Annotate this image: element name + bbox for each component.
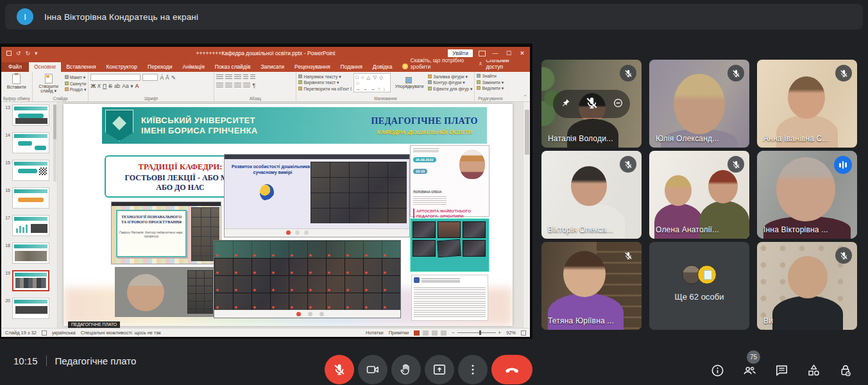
activities-button[interactable]	[799, 356, 828, 384]
tile-natalia[interactable]: Наталія Володи...	[541, 60, 642, 148]
presenting-banner: І Інна Вікторівна Кондратець на екрані	[5, 4, 863, 30]
ppt-statusbar: ПЕДАГОГІЧНЕ ПЛАТО Слайд 19 з 32 українсь…	[1, 328, 530, 337]
participant-name: Інна Вікторівна ...	[763, 225, 828, 234]
poster-time: 10:10	[413, 169, 427, 174]
chat-button[interactable]	[767, 356, 796, 384]
tile-tetiana[interactable]: Тетяна Юріївна ...	[541, 242, 642, 330]
tile-you[interactable]: Ви	[757, 242, 857, 330]
slide-title-tooltip: ПЕДАГОГІЧНЕ ПЛАТО	[68, 321, 120, 328]
tab-slideshow: Показ слайдів	[210, 62, 256, 72]
editing-tools: Знайти Замінити ▾ Виділити ▾	[477, 73, 504, 92]
mic-off-icon	[835, 65, 852, 81]
slide-header-banner: КИЇВСЬКИЙ УНІВЕРСИТЕТ ІМЕНІ БОРИСА ГРІНЧ…	[102, 107, 487, 144]
participant-name: Тетяна Юріївна ...	[548, 316, 614, 325]
tab-record: Записати	[255, 62, 289, 72]
paste-icon	[12, 74, 21, 84]
ppt-ribbon: Вставити Буфер обміну Створити слайд ▾ М…	[1, 72, 530, 102]
ribbon-group-paragraph: ¶ Абзац	[214, 72, 296, 101]
paste-button: Вставити	[3, 73, 30, 90]
post-logo	[414, 277, 420, 283]
zoom-level: 92%	[506, 330, 516, 336]
meeting-details-button[interactable]	[703, 356, 731, 384]
powerpoint-window: ↺ ↻ ▾ ++++++++Кафедра дошкільної освіти.…	[1, 47, 530, 337]
tab-home: Основне	[29, 62, 61, 72]
tile-others-overflow[interactable]: Ще 62 особи	[649, 242, 749, 330]
present-button[interactable]	[425, 355, 454, 384]
fit-slide-icon	[521, 330, 526, 336]
accessibility-status: Спеціальні можливості: щось не так	[81, 330, 161, 336]
slide-19: КИЇВСЬКИЙ УНІВЕРСИТЕТ ІМЕНІ БОРИСА ГРІНЧ…	[64, 104, 513, 326]
tile-olena[interactable]: Олена Анатолії...	[649, 151, 749, 239]
tab-file: Файл	[1, 62, 29, 72]
slide-thumb-15: 15	[4, 160, 51, 181]
participant-name: Ви	[763, 316, 773, 325]
university-name: КИЇВСЬКИЙ УНІВЕРСИТЕТ ІМЕНІ БОРИСА ГРІНЧ…	[141, 116, 258, 136]
poster-date: 26.09.2022	[413, 157, 436, 162]
clock: 10:15	[13, 355, 38, 366]
social-post-snippet	[411, 275, 488, 321]
language-indicator: українська	[52, 330, 76, 336]
mic-off-icon	[728, 65, 744, 81]
tab-view: Подання	[336, 62, 368, 72]
camera-toggle-button[interactable]	[358, 355, 387, 384]
slide-area-scrollbar	[523, 102, 530, 328]
tile-anna[interactable]: Анна Іванівна С...	[757, 60, 857, 148]
more-options-button[interactable]	[458, 355, 488, 384]
host-controls-button[interactable]	[831, 356, 860, 384]
screenshot-speaker	[115, 267, 215, 317]
ppt-signin-button: Увійти	[448, 49, 473, 57]
tile-inna-speaking[interactable]: Інна Вікторівна ...	[757, 151, 857, 239]
shape-style-tools: Заливка фігури ▾ Контур фігури ▾ Ефекти …	[428, 74, 472, 92]
presenting-message: Інна Вікторівна Кондратець на екрані	[44, 12, 198, 22]
tab-review: Рецензування	[289, 62, 335, 72]
slide-thumbnail-panel: 13 14 15 16 17	[1, 102, 58, 328]
font-name-box	[90, 74, 140, 81]
tile-yulia[interactable]: Юлія Олександ...	[649, 60, 749, 148]
program-title: ПЕДАГОГІЧНЕ ПЛАТО	[371, 116, 478, 126]
spellcheck-icon	[42, 330, 47, 336]
tellme-label: Скажіть, що потрібно зробити	[411, 57, 479, 72]
slide-thumb-16: 16	[4, 187, 51, 209]
thumbnail-scrollbar	[53, 105, 56, 182]
ribbon-group-slides: Створити слайд ▾ Макет ▾ Скинути Розділ …	[33, 72, 89, 101]
slide-thumb-14: 14	[4, 132, 51, 153]
notes-toggle: Нотатки	[366, 330, 384, 336]
leave-call-button[interactable]	[491, 355, 532, 384]
slide-tools: Макет ▾ Скинути Розділ ▾	[65, 74, 87, 93]
department-title: КАФЕДРА ДОШКІЛЬНОЇ ОСВІТИ	[371, 128, 478, 135]
event-poster: 26.09.2022 10:10 ПОЛОВИНА ОЛЕНА АРТОСВІТ…	[410, 145, 489, 217]
tab-animations: Анімація	[178, 62, 210, 72]
ppt-window-controls: Увійти — ☐ ✕	[448, 49, 526, 57]
ribbon-group-editing: Знайти Замінити ▾ Виділити ▾ Редагування	[475, 72, 506, 101]
font-size-box	[142, 74, 158, 81]
ribbon-group-drawing: Напрямок тексту ▾ Вирівняти текст ▾ Пере…	[296, 72, 475, 101]
overflow-count-label: Ще 62 особи	[649, 292, 749, 302]
mic-toggle-button[interactable]	[325, 355, 354, 384]
participant-name: Анна Іванівна С...	[763, 134, 829, 143]
participant-name: Юлія Олександ...	[656, 134, 719, 143]
call-controls	[325, 355, 532, 384]
poster-photo	[459, 150, 485, 179]
tile-viktoria[interactable]: Вікторія Олекса...	[541, 151, 642, 239]
participant-name: Наталія Володи...	[548, 134, 613, 143]
photo-collage	[410, 218, 489, 272]
tab-transitions: Переходи	[142, 62, 178, 72]
raise-hand-button[interactable]	[391, 355, 421, 384]
avatar-robot-sticker	[697, 265, 717, 284]
tile-hover-controls	[553, 90, 630, 118]
mic-off-icon	[620, 156, 636, 173]
comments-toggle: Примітки	[389, 330, 409, 336]
minimize-icon: —	[491, 50, 499, 56]
university-logo	[105, 110, 133, 141]
slide-thumb-18: 18	[4, 243, 51, 264]
mute-button[interactable]	[584, 96, 599, 113]
ribbon-display-icon	[479, 51, 486, 56]
mic-off-icon	[620, 247, 636, 264]
shared-screen-tile[interactable]: ↺ ↻ ▾ ++++++++Кафедра дошкільної освіти.…	[0, 44, 532, 339]
slide-thumb-17: 17	[4, 215, 51, 236]
slide-thumb-13: 13	[4, 105, 51, 126]
arrange-button: Упорядкувати	[393, 76, 426, 89]
pin-button[interactable]	[560, 98, 571, 111]
tab-help: Довідка	[368, 62, 398, 72]
remove-button[interactable]	[613, 98, 624, 111]
